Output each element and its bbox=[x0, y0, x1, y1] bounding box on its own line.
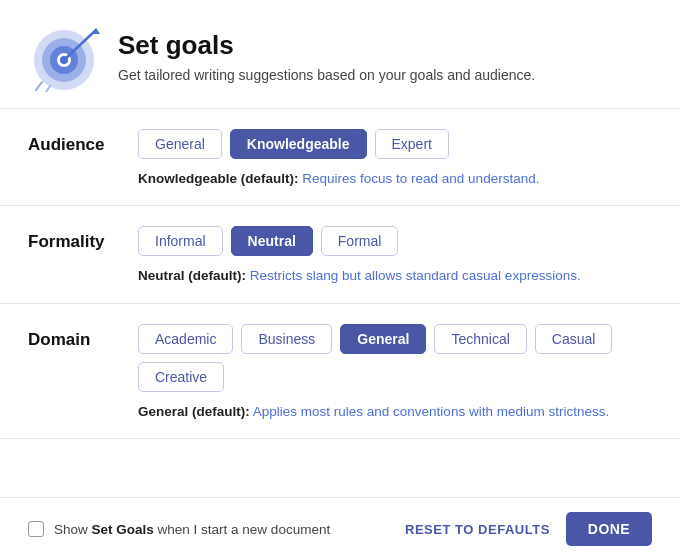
show-goals-label: Show Set Goals when I start a new docume… bbox=[54, 522, 330, 537]
formality-btn-group: Informal Neutral Formal bbox=[138, 226, 652, 256]
formality-neutral-button[interactable]: Neutral bbox=[231, 226, 313, 256]
audience-section: Audience General Knowledgeable Expert Kn… bbox=[0, 109, 680, 206]
target-icon bbox=[28, 20, 100, 92]
reset-to-defaults-button[interactable]: RESET TO DEFAULTS bbox=[405, 522, 550, 537]
domain-creative-button[interactable]: Creative bbox=[138, 362, 224, 392]
svg-line-7 bbox=[36, 82, 42, 90]
audience-desc-text: Requires focus to read and understand. bbox=[299, 171, 540, 186]
page-title: Set goals bbox=[118, 30, 535, 61]
audience-description: Knowledgeable (default): Requires focus … bbox=[138, 169, 652, 189]
formality-right: Informal Neutral Formal Neutral (default… bbox=[138, 226, 652, 286]
audience-label: Audience bbox=[28, 129, 138, 155]
audience-right: General Knowledgeable Expert Knowledgeab… bbox=[138, 129, 652, 189]
footer-right: RESET TO DEFAULTS DONE bbox=[405, 512, 652, 546]
formality-informal-button[interactable]: Informal bbox=[138, 226, 223, 256]
svg-line-8 bbox=[46, 86, 50, 92]
footer-left: Show Set Goals when I start a new docume… bbox=[28, 521, 330, 537]
formality-label: Formality bbox=[28, 226, 138, 252]
checkbox-label-bold: Set Goals bbox=[92, 522, 154, 537]
footer: Show Set Goals when I start a new docume… bbox=[0, 497, 680, 560]
checkbox-label-post: when I start a new document bbox=[154, 522, 330, 537]
domain-section: Domain Academic Business General Technic… bbox=[0, 304, 680, 439]
domain-casual-button[interactable]: Casual bbox=[535, 324, 613, 354]
content: Audience General Knowledgeable Expert Kn… bbox=[0, 109, 680, 497]
domain-desc-strong: General (default): bbox=[138, 404, 250, 419]
audience-expert-button[interactable]: Expert bbox=[375, 129, 449, 159]
domain-business-button[interactable]: Business bbox=[241, 324, 332, 354]
audience-general-button[interactable]: General bbox=[138, 129, 222, 159]
domain-description: General (default): Applies most rules an… bbox=[138, 402, 652, 422]
header-text: Set goals Get tailored writing suggestio… bbox=[118, 30, 535, 83]
checkbox-label-pre: Show bbox=[54, 522, 92, 537]
domain-technical-button[interactable]: Technical bbox=[434, 324, 526, 354]
domain-academic-button[interactable]: Academic bbox=[138, 324, 233, 354]
done-button[interactable]: DONE bbox=[566, 512, 652, 546]
audience-knowledgeable-button[interactable]: Knowledgeable bbox=[230, 129, 367, 159]
formality-section: Formality Informal Neutral Formal Neutra… bbox=[0, 206, 680, 303]
formality-description: Neutral (default): Restricts slang but a… bbox=[138, 266, 652, 286]
set-goals-page: Set goals Get tailored writing suggestio… bbox=[0, 0, 680, 560]
audience-desc-strong: Knowledgeable (default): bbox=[138, 171, 299, 186]
formality-desc-strong: Neutral (default): bbox=[138, 268, 246, 283]
domain-general-button[interactable]: General bbox=[340, 324, 426, 354]
domain-btn-group: Academic Business General Technical Casu… bbox=[138, 324, 652, 392]
domain-desc-text: Applies most rules and conventions with … bbox=[250, 404, 609, 419]
domain-right: Academic Business General Technical Casu… bbox=[138, 324, 652, 422]
formality-formal-button[interactable]: Formal bbox=[321, 226, 399, 256]
domain-label: Domain bbox=[28, 324, 138, 350]
page-description: Get tailored writing suggestions based o… bbox=[118, 67, 535, 83]
show-goals-checkbox[interactable] bbox=[28, 521, 44, 537]
audience-btn-group: General Knowledgeable Expert bbox=[138, 129, 652, 159]
formality-desc-text: Restricts slang but allows standard casu… bbox=[246, 268, 581, 283]
header: Set goals Get tailored writing suggestio… bbox=[0, 0, 680, 109]
